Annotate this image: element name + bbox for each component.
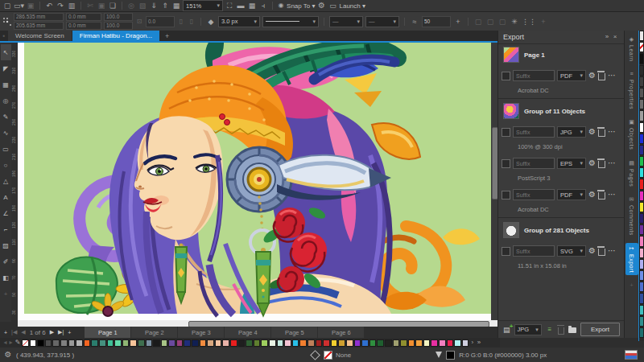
rotation-field[interactable]: 0.0 bbox=[146, 16, 175, 27]
delete-export-icon[interactable] bbox=[558, 327, 565, 335]
undo-icon[interactable]: ↶ bbox=[44, 1, 54, 10]
add-export-item-icon[interactable]: ▤+ bbox=[503, 326, 510, 334]
eyedropper-tool[interactable]: ✐ bbox=[1, 253, 11, 269]
tab-welcome-screen[interactable]: Welcome Screen bbox=[8, 31, 72, 41]
color-swatch[interactable] bbox=[30, 339, 37, 347]
color-swatch[interactable] bbox=[52, 339, 60, 347]
color-swatch[interactable] bbox=[639, 259, 644, 269]
import-icon[interactable]: ⇓ bbox=[149, 1, 159, 10]
color-swatch[interactable] bbox=[639, 270, 644, 281]
color-swatch[interactable] bbox=[37, 339, 44, 347]
palette-scroll-right-icon[interactable]: ▸ bbox=[8, 338, 14, 348]
color-swatch[interactable] bbox=[60, 339, 68, 347]
color-swatch[interactable] bbox=[354, 339, 361, 347]
color-swatch[interactable] bbox=[168, 339, 175, 347]
scale-v-field[interactable]: 100.0 bbox=[104, 22, 133, 30]
color-swatch[interactable] bbox=[76, 339, 83, 347]
docker-tab-export[interactable]: ↦Export bbox=[625, 243, 638, 275]
export-item-row[interactable]: EPS▾⚙⋯ bbox=[498, 153, 624, 174]
item-settings-gear-icon[interactable]: ⚙ bbox=[588, 128, 596, 136]
color-swatch[interactable] bbox=[238, 339, 246, 347]
color-swatch[interactable] bbox=[639, 248, 644, 258]
color-swatch[interactable] bbox=[639, 202, 644, 212]
page-tab-page-1[interactable]: Page 1 bbox=[85, 327, 130, 338]
fullscreen-icon[interactable]: ⛶ bbox=[225, 1, 234, 10]
color-swatch[interactable] bbox=[415, 339, 423, 347]
color-swatch[interactable] bbox=[91, 339, 98, 347]
item-more-icon[interactable]: ⋯ bbox=[608, 128, 616, 136]
color-swatch[interactable] bbox=[639, 88, 644, 98]
color-swatch[interactable] bbox=[161, 339, 168, 347]
snap-to-dropdown[interactable]: Snap To ▾ bbox=[287, 2, 315, 10]
outline-width-select[interactable]: 3.0 px▾ bbox=[218, 16, 260, 27]
item-checkbox[interactable] bbox=[502, 128, 510, 137]
item-settings-gear-icon[interactable]: ⚙ bbox=[588, 191, 596, 199]
color-swatch[interactable] bbox=[361, 339, 369, 347]
color-swatch[interactable] bbox=[299, 339, 307, 347]
artistic-media-tool[interactable]: ∿ bbox=[1, 125, 11, 141]
format-select[interactable]: EPS▾ bbox=[557, 158, 586, 169]
item-delete-icon[interactable] bbox=[598, 73, 605, 80]
fill-none-swatch[interactable] bbox=[324, 351, 332, 360]
lock-ratio-icon[interactable]: ⊡ bbox=[135, 17, 143, 27]
color-swatch[interactable] bbox=[639, 110, 644, 121]
color-swatch[interactable] bbox=[153, 339, 160, 347]
page-tab-page-3[interactable]: Page 3 bbox=[178, 327, 224, 338]
item-delete-icon[interactable] bbox=[598, 192, 605, 200]
docker-tab-comments[interactable]: ✉Comments bbox=[625, 194, 638, 238]
color-swatch[interactable] bbox=[639, 53, 644, 64]
drawing-canvas[interactable] bbox=[18, 43, 491, 320]
color-swatch[interactable] bbox=[639, 316, 644, 327]
polygon-tool[interactable]: △ bbox=[1, 173, 11, 189]
color-swatch[interactable] bbox=[261, 339, 268, 347]
show-grid-icon[interactable]: ▦ bbox=[247, 1, 257, 10]
color-swatch[interactable] bbox=[639, 134, 644, 144]
redo-icon[interactable]: ↷ bbox=[56, 1, 65, 10]
color-swatch[interactable] bbox=[639, 145, 644, 155]
line-style-select[interactable]: ▾ bbox=[262, 16, 319, 27]
page-height-field[interactable]: 205.635 mm bbox=[14, 22, 64, 30]
color-swatch[interactable] bbox=[454, 339, 461, 347]
page-tab-page-5[interactable]: Page 5 bbox=[271, 327, 317, 338]
item-more-icon[interactable]: ⋯ bbox=[608, 72, 616, 80]
color-swatch[interactable] bbox=[308, 339, 315, 347]
color-swatch[interactable] bbox=[447, 339, 454, 347]
docker-tab-learn[interactable]: ◈Learn bbox=[625, 34, 638, 64]
color-swatch[interactable] bbox=[439, 339, 446, 347]
palette-scroll-left-icon[interactable]: ◂ bbox=[2, 338, 8, 348]
color-swatch[interactable] bbox=[385, 339, 392, 347]
item-settings-gear-icon[interactable]: ⚙ bbox=[588, 247, 596, 255]
new-document-icon[interactable]: ▢ bbox=[2, 1, 12, 10]
color-swatch[interactable] bbox=[639, 76, 644, 87]
color-swatch[interactable] bbox=[639, 213, 644, 224]
sliders-icon[interactable]: ⋮⋮ bbox=[522, 17, 536, 27]
format-select[interactable]: PDF▾ bbox=[557, 189, 586, 200]
cut-icon[interactable]: ✄ bbox=[85, 1, 95, 10]
footer-format-select[interactable]: JPG▾ bbox=[514, 324, 542, 335]
color-swatch[interactable] bbox=[146, 339, 153, 347]
export-options-icon[interactable]: ≡ bbox=[546, 325, 554, 335]
item-settings-gear-icon[interactable]: ⚙ bbox=[588, 72, 596, 80]
suffix-input[interactable] bbox=[513, 70, 555, 81]
no-color-swatch[interactable] bbox=[22, 339, 29, 347]
item-checkbox[interactable] bbox=[502, 247, 510, 256]
add-page-button-2[interactable]: + bbox=[68, 330, 71, 335]
no-color-swatch[interactable] bbox=[639, 42, 644, 52]
copy-icon[interactable]: ▣ bbox=[97, 1, 106, 10]
color-swatch[interactable] bbox=[338, 339, 345, 347]
export-button[interactable]: Export bbox=[580, 323, 620, 336]
suffix-input[interactable] bbox=[513, 245, 555, 257]
new-tab-button[interactable]: + bbox=[160, 31, 174, 41]
first-page-button[interactable]: |◀ bbox=[11, 329, 17, 335]
color-swatch[interactable] bbox=[45, 339, 52, 347]
item-delete-icon[interactable] bbox=[598, 130, 605, 137]
color-swatch[interactable] bbox=[639, 122, 644, 133]
color-swatch[interactable] bbox=[639, 282, 644, 292]
color-swatch[interactable] bbox=[122, 339, 130, 347]
paste-icon[interactable]: ❏ bbox=[108, 1, 118, 10]
mirror-vertical-icon[interactable]: ▯ bbox=[188, 17, 196, 27]
app-grid-icon[interactable]: ▦ bbox=[171, 1, 181, 10]
page-tab-page-6[interactable]: Page 6 bbox=[318, 327, 364, 338]
interactive-fill-tool[interactable]: ◧ bbox=[1, 269, 11, 286]
color-swatch[interactable] bbox=[200, 339, 207, 347]
